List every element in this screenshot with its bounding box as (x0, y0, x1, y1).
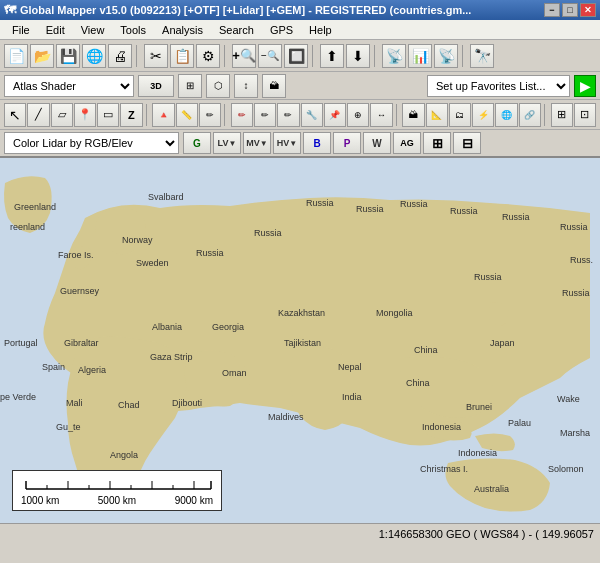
layer-btn-lv[interactable]: LV▼ (213, 132, 241, 154)
menu-search[interactable]: Search (211, 22, 262, 38)
svg-text:Albania: Albania (152, 322, 182, 332)
title-bar: 🗺 Global Mapper v15.0 (b092213) [+OTF] [… (0, 0, 600, 20)
svg-text:Indonesia: Indonesia (422, 422, 461, 432)
draw-rect[interactable]: ▭ (97, 103, 119, 127)
layer-btn-grid1[interactable]: ⊞ (423, 132, 451, 154)
favorites-select[interactable]: Set up Favorites List... (427, 75, 570, 97)
separator5 (462, 45, 466, 67)
separator4 (374, 45, 378, 67)
broadcast-button[interactable]: 📡 (434, 44, 458, 68)
measure-btn[interactable]: 📏 (176, 103, 198, 127)
scale-label-3: 9000 km (175, 495, 213, 506)
svg-text:Svalbard: Svalbard (148, 192, 184, 202)
svg-text:Russia: Russia (306, 198, 334, 208)
menu-edit[interactable]: Edit (38, 22, 73, 38)
window-controls[interactable]: − □ ✕ (544, 3, 596, 17)
menu-file[interactable]: File (4, 22, 38, 38)
close-button[interactable]: ✕ (580, 3, 596, 17)
scale-ruler-svg (21, 475, 213, 493)
layer-btn-b[interactable]: B (303, 132, 331, 154)
new-button[interactable]: 📄 (4, 44, 28, 68)
save-button[interactable]: 💾 (56, 44, 80, 68)
grid-btn1[interactable]: ⊞ (551, 103, 573, 127)
misc-btn5[interactable]: 🌐 (495, 103, 517, 127)
shader-btn5[interactable]: 🏔 (262, 74, 286, 98)
shader-btn4[interactable]: ↕ (234, 74, 258, 98)
satellite-button[interactable]: 📡 (382, 44, 406, 68)
svg-text:Brunei: Brunei (466, 402, 492, 412)
settings-button[interactable]: ⚙ (196, 44, 220, 68)
maximize-button[interactable]: □ (562, 3, 578, 17)
edit-btn3[interactable]: ✏ (277, 103, 299, 127)
binoculars-button[interactable]: 🔭 (470, 44, 494, 68)
cut-button[interactable]: ✂ (144, 44, 168, 68)
edit-btn5[interactable]: 📌 (324, 103, 346, 127)
misc-btn3[interactable]: 🗂 (449, 103, 471, 127)
edit-btn7[interactable]: ↔ (370, 103, 392, 127)
svg-text:Australia: Australia (474, 484, 509, 494)
svg-text:Palau: Palau (508, 418, 531, 428)
separator3 (312, 45, 316, 67)
edit-btn1[interactable]: ✏ (231, 103, 253, 127)
open-button[interactable]: 📂 (30, 44, 54, 68)
svg-text:pe Verde: pe Verde (0, 392, 36, 402)
3d-button[interactable]: 3D (138, 75, 174, 97)
print-button[interactable]: 🖨 (108, 44, 132, 68)
svg-text:Norway: Norway (122, 235, 153, 245)
svg-text:Faroe Is.: Faroe Is. (58, 250, 94, 260)
svg-text:Indonesia: Indonesia (458, 448, 497, 458)
menu-help[interactable]: Help (301, 22, 340, 38)
digitize-btn[interactable]: ✏ (199, 103, 221, 127)
separator2 (224, 45, 228, 67)
draw-point[interactable]: 📍 (74, 103, 96, 127)
svg-text:Solomon: Solomon (548, 464, 584, 474)
zoom-out-button[interactable]: −🔍 (258, 44, 282, 68)
layer-btn-ag[interactable]: AG (393, 132, 421, 154)
layer-btn-hv[interactable]: HV▼ (273, 132, 301, 154)
grid-btn2[interactable]: ⊡ (574, 103, 596, 127)
title-text: Global Mapper v15.0 (b092213) [+OTF] [+L… (20, 4, 471, 16)
shader-btn2[interactable]: ⊞ (178, 74, 202, 98)
draw-line[interactable]: ╱ (27, 103, 49, 127)
svg-text:reenland: reenland (10, 222, 45, 232)
copy-button[interactable]: 📋 (170, 44, 194, 68)
edit-btn2[interactable]: ✏ (254, 103, 276, 127)
misc-btn2[interactable]: 📐 (426, 103, 448, 127)
layer-btn-p[interactable]: P (333, 132, 361, 154)
svg-text:Japan: Japan (490, 338, 515, 348)
select-tool[interactable]: ↖ (4, 103, 26, 127)
misc-btn6[interactable]: 🔗 (519, 103, 541, 127)
globe-button[interactable]: 🌐 (82, 44, 106, 68)
draw-area[interactable]: ▱ (51, 103, 73, 127)
app-icon: 🗺 (4, 3, 16, 17)
edit-btn6[interactable]: ⊕ (347, 103, 369, 127)
chart-button[interactable]: 📊 (408, 44, 432, 68)
menu-view[interactable]: View (73, 22, 113, 38)
z-tool[interactable]: Z (120, 103, 142, 127)
upload-button[interactable]: ⬆ (320, 44, 344, 68)
zoom-box-button[interactable]: 🔲 (284, 44, 308, 68)
play-button[interactable]: ▶ (574, 75, 596, 97)
menu-analysis[interactable]: Analysis (154, 22, 211, 38)
layer-buttons: G LV▼ MV▼ HV▼ B P W AG ⊞ ⊟ (183, 132, 481, 154)
zoom-in-button[interactable]: +🔍 (232, 44, 256, 68)
layer-btn-mv[interactable]: MV▼ (243, 132, 271, 154)
misc-btn4[interactable]: ⚡ (472, 103, 494, 127)
layer-btn-g[interactable]: G (183, 132, 211, 154)
layer-row: Color Lidar by RGB/Elev G LV▼ MV▼ HV▼ B … (0, 130, 600, 158)
shader-select[interactable]: Atlas Shader (4, 75, 134, 97)
svg-text:Algeria: Algeria (78, 365, 106, 375)
map-area[interactable]: Greenland reenland Svalbard Norway Russi… (0, 158, 600, 523)
shader-btn3[interactable]: ⬡ (206, 74, 230, 98)
edit-btn4[interactable]: 🔧 (301, 103, 323, 127)
svg-text:Nepal: Nepal (338, 362, 362, 372)
misc-btn1[interactable]: 🏔 (402, 103, 424, 127)
layer-btn-grid2[interactable]: ⊟ (453, 132, 481, 154)
menu-tools[interactable]: Tools (112, 22, 154, 38)
download-button[interactable]: ⬇ (346, 44, 370, 68)
layer-select[interactable]: Color Lidar by RGB/Elev (4, 132, 179, 154)
menu-gps[interactable]: GPS (262, 22, 301, 38)
minimize-button[interactable]: − (544, 3, 560, 17)
layer-btn-w[interactable]: W (363, 132, 391, 154)
lidar-btn[interactable]: 🔺 (152, 103, 174, 127)
